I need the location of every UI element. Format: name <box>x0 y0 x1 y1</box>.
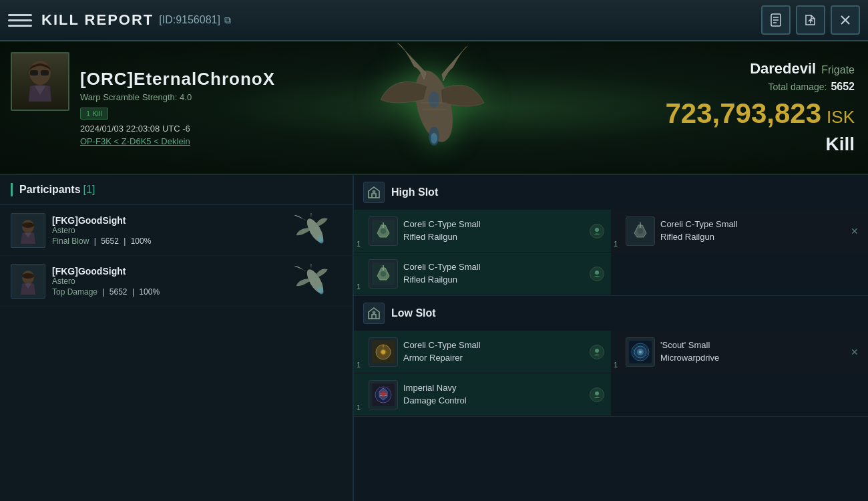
kill-id: [ID:9156081] <box>159 14 220 26</box>
ship-info: Daredevil Frigate Total damage: 5652 723… <box>666 41 855 174</box>
close-icon <box>838 13 853 27</box>
destroy-icon: ✕ <box>848 224 861 238</box>
header-bar-decoration <box>11 183 13 196</box>
participant-info: [FKG]GoodSight Astero Final Blow | 5652 … <box>52 215 288 246</box>
high-slot-left-col: 1 Coreli C-Type SmallRifled Railgun <box>354 210 611 295</box>
fittings-panel: High Slot 1 Coreli C-Type Small <box>354 175 868 501</box>
participant-ship: Astero <box>52 226 288 235</box>
participant-row[interactable]: [FKG]GoodSight Astero Final Blow | 5652 … <box>0 205 353 256</box>
export-icon <box>803 13 818 27</box>
svg-point-41 <box>381 350 385 354</box>
low-slot-icon <box>363 303 385 324</box>
kill-outcome: Kill <box>825 134 855 155</box>
report-button[interactable] <box>761 5 791 35</box>
participant-name: [FKG]GoodSight <box>52 266 288 277</box>
svg-point-43 <box>595 349 599 353</box>
kill-banner: [ORC]EternalChronoX Warp Scramble Streng… <box>0 41 868 175</box>
module-icon <box>369 216 398 246</box>
module-icon <box>369 337 398 367</box>
destroy-icon: ✕ <box>848 345 861 359</box>
svg-point-32 <box>381 271 386 277</box>
svg-point-30 <box>595 228 599 232</box>
svg-point-28 <box>381 228 386 234</box>
module-icon <box>626 216 655 246</box>
fitting-item[interactable]: 1 Coreli C-Type SmallArmor Repairer <box>354 331 611 373</box>
total-damage-label: Total damage: <box>768 81 827 92</box>
fitting-item[interactable]: 1 Coreli C-Type SmallRifled Railgun <box>354 253 611 295</box>
participant-avatar <box>11 264 45 299</box>
svg-rect-8 <box>41 70 49 75</box>
svg-point-18 <box>22 222 34 228</box>
svg-point-38 <box>373 311 376 315</box>
participant-ship-image <box>288 212 342 248</box>
close-button[interactable] <box>831 5 860 35</box>
module-icon <box>369 380 398 409</box>
participant-name: [FKG]GoodSight <box>52 215 288 226</box>
menu-button[interactable] <box>8 8 32 32</box>
svg-rect-49 <box>380 393 387 395</box>
low-slot-right-col: 1 'Scout' SmallMicrowarpdrive <box>611 331 868 416</box>
module-name: Coreli C-Type SmallArmor Repairer <box>403 339 586 363</box>
ship-name: Daredevil <box>750 60 816 77</box>
low-slot-left-col: 1 Coreli C-Type SmallArmor Repairer <box>354 331 611 416</box>
participants-header: Participants [1] <box>0 175 353 205</box>
svg-point-36 <box>638 228 643 234</box>
module-name: Coreli C-Type SmallRifled Railgun <box>660 218 845 242</box>
low-slot-header: Low Slot <box>354 296 868 331</box>
participants-count: [1] <box>83 184 95 196</box>
copy-icon[interactable]: ⧉ <box>224 15 231 26</box>
header: KILL REPORT [ID:9156081] ⧉ <box>0 0 868 41</box>
participants-panel: Participants [1] [FKG]GoodSight Astero F… <box>0 175 354 501</box>
fitted-by-icon <box>590 387 604 402</box>
participant-stats: Top Damage | 5652 | 100% <box>52 287 288 297</box>
module-icon <box>369 259 398 289</box>
high-slot-items: 1 Coreli C-Type SmallRifled Railgun <box>354 210 868 295</box>
fitted-by-icon <box>590 224 604 238</box>
svg-point-55 <box>639 351 642 353</box>
kill-location[interactable]: OP-F3K < Z-D6K5 < Deklein <box>80 136 275 146</box>
report-icon <box>769 13 783 27</box>
pilot-avatar <box>11 52 69 111</box>
participant-ship: Astero <box>52 277 288 286</box>
participants-title: Participants <box>19 184 81 196</box>
participant-avatar <box>11 213 45 248</box>
isk-value: 723,793,823 <box>666 98 822 129</box>
svg-rect-7 <box>30 70 38 75</box>
low-slot-title: Low Slot <box>391 307 436 319</box>
high-slot-header: High Slot <box>354 175 868 210</box>
main-content: Participants [1] [FKG]GoodSight Astero F… <box>0 175 868 501</box>
high-slot-title: High Slot <box>391 186 438 198</box>
fitting-item[interactable]: 1 Coreli C-Type SmallRifled Railgun ✕ <box>611 210 868 253</box>
participant-info: [FKG]GoodSight Astero Top Damage | 5652 … <box>52 266 288 297</box>
module-name: Coreli C-Type SmallRifled Railgun <box>403 261 586 285</box>
participant-stats: Final Blow | 5652 | 100% <box>52 236 288 246</box>
high-slot-icon <box>363 182 385 203</box>
low-slot-items: 1 Coreli C-Type SmallArmor Repairer <box>354 331 868 416</box>
kill-date: 2024/01/03 22:03:08 UTC -6 <box>80 124 275 134</box>
module-name: Imperial NavyDamage Control <box>403 382 586 406</box>
warp-scramble: Warp Scramble Strength: 4.0 <box>80 92 275 102</box>
participant-ship-image <box>288 263 342 299</box>
module-name: 'Scout' SmallMicrowarpdrive <box>660 339 845 363</box>
svg-point-34 <box>595 271 599 275</box>
fitted-by-icon <box>590 267 604 281</box>
module-icon <box>626 337 655 367</box>
fitting-item[interactable]: 1 Coreli C-Type SmallRifled Railgun <box>354 210 611 253</box>
fitting-item[interactable]: 1 'Scout' SmallMicrowarpdrive <box>611 331 868 373</box>
kill-count-badge: 1 Kill <box>80 108 108 120</box>
isk-label: ISK <box>827 107 855 128</box>
pilot-info: [ORC]EternalChronoX Warp Scramble Streng… <box>80 41 275 174</box>
module-name: Coreli C-Type SmallRifled Railgun <box>403 218 586 242</box>
page-title: KILL REPORT <box>41 11 154 29</box>
fitted-by-icon <box>590 345 604 359</box>
pilot-name: [ORC]EternalChronoX <box>80 69 275 90</box>
participant-row[interactable]: [FKG]GoodSight Astero Top Damage | 5652 … <box>0 256 353 307</box>
svg-point-23 <box>22 273 34 279</box>
fitting-item[interactable]: 1 Imperial NavyDamage <box>354 373 611 416</box>
svg-point-26 <box>373 190 376 194</box>
svg-point-50 <box>595 391 599 395</box>
export-button[interactable] <box>796 5 825 35</box>
total-damage-value: 5652 <box>831 81 855 93</box>
ship-class: Frigate <box>821 64 855 76</box>
high-slot-right-col: 1 Coreli C-Type SmallRifled Railgun ✕ <box>611 210 868 295</box>
